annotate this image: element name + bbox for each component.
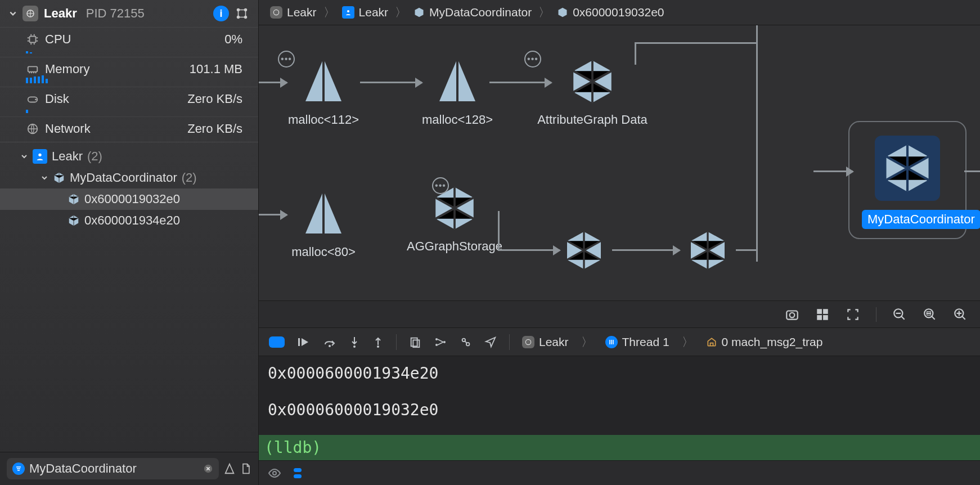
cpu-icon [26,33,39,46]
crumb-instance[interactable]: 0x6000019032e0 [554,3,667,21]
svg-rect-36 [294,468,302,472]
metric-label: CPU [45,32,71,47]
app-icon [522,336,534,348]
graph-node-attributegraph[interactable]: ••• AttributeGraph Data [528,56,657,127]
more-icon[interactable]: ••• [432,177,449,194]
view-debug-icon[interactable] [409,336,421,348]
breakpoint-toggle-icon[interactable] [269,336,285,348]
svg-point-25 [353,345,356,348]
snapshot-icon[interactable] [785,307,799,322]
chevron-right-icon: 〉 [581,334,593,350]
continue-icon[interactable] [297,336,311,348]
more-icon[interactable]: ••• [524,51,541,68]
graph-node-cube[interactable] [556,228,612,279]
node-label: AttributeGraph Data [528,113,657,127]
tree-instance[interactable]: 0x6000019032e0 [0,188,258,210]
node-label: AGGraphStorage [398,239,511,254]
breadcrumb: Leakr 〉 Leakr 〉 MyDataCoordinator 〉 0x60… [259,0,980,25]
svg-rect-5 [30,37,36,43]
svg-point-34 [525,339,531,344]
sidebar: Leakr PID 72155 i CPU 0% Memory 101.1 MB [0,0,259,485]
metric-network[interactable]: Network Zero KB/s [0,116,258,137]
edge-arrow [498,249,560,251]
graph-node-malloc-112[interactable]: ••• malloc<112> [281,56,366,127]
grid-icon[interactable] [815,307,830,322]
memory-graph-icon[interactable] [434,336,447,348]
svg-point-31 [443,341,446,343]
step-over-icon[interactable] [323,336,336,348]
separator [876,307,876,322]
lldb-console[interactable]: 0x0000600001934e20 0x00006000019032e0 (l… [259,356,980,460]
graph-node-malloc-80[interactable]: malloc<80> [281,188,366,259]
zoom-fit-icon[interactable] [923,307,937,322]
pid-label: PID 72155 [86,6,145,21]
graph-share-icon[interactable] [235,6,249,21]
chevron-down-icon[interactable] [20,152,28,160]
eye-icon[interactable] [268,468,281,478]
svg-point-15 [790,312,795,317]
tree-root[interactable]: Leakr (2) [0,146,258,167]
step-into-icon[interactable] [349,336,360,348]
outline-icon[interactable] [223,462,236,475]
main-area: Leakr 〉 Leakr 〉 MyDataCoordinator 〉 0x60… [259,0,980,485]
zoom-out-icon[interactable] [892,307,907,322]
environment-icon[interactable] [460,336,472,348]
svg-point-10 [38,154,41,156]
chevron-down-icon[interactable] [41,174,48,182]
chevron-down-icon[interactable] [9,10,17,17]
graph-node-mydatacoordinator[interactable]: MyDataCoordinator [848,121,966,239]
toggle-icon[interactable] [293,467,303,479]
console-output-line: 0x0000600001934e20 [268,362,971,398]
edge-line [635,42,757,44]
debug-toolbar: Leakr 〉 Thread 1 〉 0 mach_msg2_trap [259,327,980,356]
info-icon[interactable]: i [213,6,229,21]
debug-frame-crumb[interactable]: 0 mach_msg2_trap [706,335,823,349]
svg-rect-19 [823,315,828,320]
edge-line [736,249,757,251]
chevron-right-icon: 〉 [682,334,694,350]
memory-leak-tree: Leakr (2) MyDataCoordinator (2) 0x600001… [0,142,258,452]
separator [509,334,510,350]
metric-value: Zero KB/s [187,122,248,136]
debug-process-crumb[interactable]: Leakr [522,335,569,349]
metric-memory[interactable]: Memory 101.1 MB [0,57,258,78]
focus-icon[interactable] [846,307,860,322]
metric-value: 0% [224,32,248,47]
crumb-class[interactable]: MyDataCoordinator [410,3,535,21]
graph-toolbar [259,300,980,327]
process-header[interactable]: Leakr PID 72155 i [0,0,258,27]
step-out-icon[interactable] [372,336,384,348]
metric-cpu[interactable]: CPU 0% [0,27,258,48]
graph-node-cube[interactable] [680,228,736,279]
node-label: malloc<80> [281,245,366,259]
disk-icon [26,92,39,106]
location-icon[interactable] [484,336,497,348]
metric-label: Network [45,122,91,136]
chevron-right-icon: 〉 [538,5,550,20]
crumb-app[interactable]: Leakr [267,3,320,21]
memory-graph-canvas[interactable]: ••• malloc<112> malloc<128> ••• Attribut… [259,25,980,327]
filter-badge-icon [12,462,25,475]
cube-icon [53,172,65,184]
filter-field[interactable]: MyDataCoordinator [7,458,219,479]
edge-arrow [360,82,422,83]
metric-disk[interactable]: Disk Zero KB/s [0,87,258,107]
metric-value: 101.1 MB [190,62,248,77]
console-prompt[interactable]: (lldb) [259,435,980,460]
graph-node-malloc-128[interactable]: malloc<128> [415,56,500,127]
node-label: MyDataCoordinator [862,210,980,229]
document-icon[interactable] [240,462,251,475]
user-icon [342,6,354,19]
tree-instance[interactable]: 0x600001934e20 [0,210,258,231]
graph-node-aggraphstorage[interactable]: ••• AGGraphStorage [398,183,511,254]
more-icon[interactable]: ••• [278,51,295,68]
svg-rect-18 [817,315,822,320]
clear-filter-icon[interactable] [203,464,213,474]
zoom-in-icon[interactable] [953,307,968,322]
metric-label: Memory [45,62,89,77]
tree-class[interactable]: MyDataCoordinator (2) [0,167,258,188]
svg-point-12 [273,10,278,15]
crumb-target[interactable]: Leakr [339,3,392,21]
crumb-label: MyDataCoordinator [429,6,532,19]
debug-thread-crumb[interactable]: Thread 1 [605,335,669,349]
